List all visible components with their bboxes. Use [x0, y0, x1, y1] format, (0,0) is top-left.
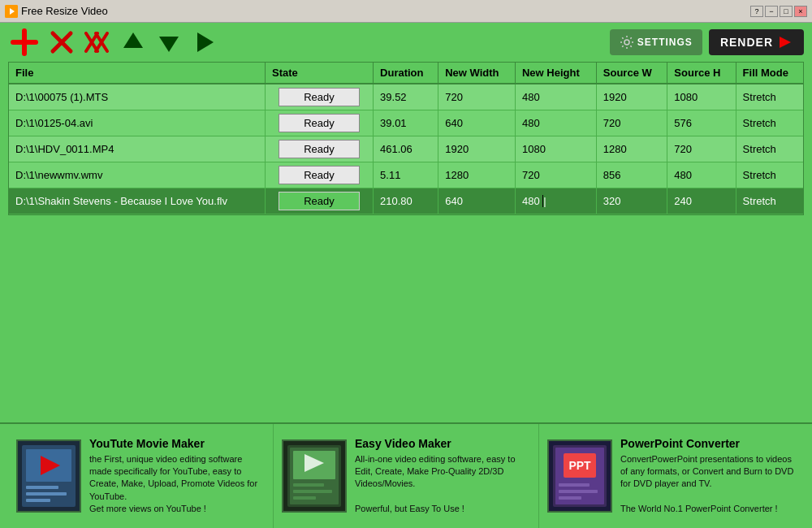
cell-source-h: 720	[667, 136, 736, 162]
cell-duration: 39.52	[374, 84, 438, 110]
promo-title-ppt: PowerPoint Converter	[620, 437, 796, 450]
promo-desc-easy: All-in-one video editing software, easy …	[355, 453, 530, 516]
cell-fill-mode: Stretch	[736, 84, 803, 110]
render-label: RENDER	[720, 36, 773, 49]
window-controls[interactable]: ? − □ ×	[750, 6, 807, 17]
toolbar-right: SETTINGS RENDER	[610, 29, 804, 55]
cell-state: Ready	[266, 162, 374, 188]
svg-rect-36	[559, 490, 598, 493]
cell-state: Ready	[266, 188, 374, 214]
cell-new-height: 480	[515, 110, 596, 136]
cell-source-w: 320	[596, 188, 667, 214]
svg-marker-10	[123, 32, 143, 48]
svg-rect-21	[26, 499, 50, 502]
play-button[interactable]	[190, 28, 219, 57]
cell-fill-mode: Stretch	[736, 110, 803, 136]
svg-rect-19	[26, 486, 58, 489]
cell-state: Ready	[266, 84, 374, 110]
promo-item-youtube: YouTute Movie Maker the First, unique vi…	[8, 424, 274, 528]
table-row[interactable]: D:\1\Shakin Stevens - Because I Love You…	[9, 188, 803, 214]
cell-fill-mode: Stretch	[736, 136, 803, 162]
svg-rect-28	[293, 490, 332, 493]
maximize-button[interactable]: □	[780, 6, 793, 17]
svg-marker-12	[197, 32, 214, 52]
svg-rect-27	[293, 483, 324, 487]
cell-new-width: 720	[438, 84, 516, 110]
cell-new-height: 1080	[515, 136, 596, 162]
promo-text-youtube: YouTute Movie Maker the First, unique vi…	[89, 437, 265, 516]
svg-rect-37	[559, 496, 581, 500]
promo-item-easy: Easy Video Maker All-in-one video editin…	[274, 424, 539, 528]
move-down-button[interactable]	[154, 28, 184, 57]
table-row[interactable]: D:\1\newwmv.wmv Ready 5.11 1280 720 856 …	[9, 162, 803, 188]
cell-new-width: 1280	[438, 162, 516, 188]
svg-rect-35	[559, 483, 590, 487]
cell-fill-mode: Stretch	[736, 162, 803, 188]
table-row[interactable]: D:\1\0125-04.avi Ready 39.01 640 480 720…	[9, 110, 803, 136]
svg-rect-29	[293, 496, 316, 500]
promo-desc-ppt: ConvertPowerPoint presentations to video…	[620, 453, 796, 516]
app-title: Free Resize Video	[21, 5, 108, 17]
file-table: File State Duration New Width New Height…	[9, 63, 803, 214]
add-file-button[interactable]	[8, 28, 41, 57]
minimize-button[interactable]: −	[765, 6, 778, 17]
close-button[interactable]: ×	[794, 6, 807, 17]
cell-new-height: 480 |	[515, 188, 596, 214]
clear-all-button[interactable]	[83, 28, 112, 57]
promo-desc-youtube: the First, unique video editing software…	[89, 453, 265, 516]
cell-file: D:\1\Shakin Stevens - Because I Love You…	[9, 188, 266, 214]
col-header-source-w: Source W	[596, 63, 667, 84]
svg-marker-14	[780, 37, 791, 48]
promo-text-ppt: PowerPoint Converter ConvertPowerPoint p…	[620, 437, 796, 516]
cell-source-h: 1080	[667, 84, 736, 110]
col-header-state: State	[266, 63, 374, 84]
toolbar-left	[8, 28, 219, 57]
settings-label: SETTINGS	[637, 37, 693, 48]
table-row[interactable]: D:\1\00075 (1).MTS Ready 39.52 720 480 1…	[9, 84, 803, 110]
promo-title-easy: Easy Video Maker	[355, 437, 530, 450]
cell-new-width: 640	[438, 110, 516, 136]
cell-duration: 461.06	[374, 136, 438, 162]
state-badge: Ready	[279, 88, 360, 106]
cell-new-height: 720	[515, 162, 596, 188]
cell-duration: 5.11	[374, 162, 438, 188]
cell-duration: 39.01	[374, 110, 438, 136]
table-header-row: File State Duration New Width New Height…	[9, 63, 803, 84]
file-table-container: File State Duration New Width New Height…	[8, 62, 804, 215]
settings-button[interactable]: SETTINGS	[610, 29, 702, 55]
cell-file: D:\1\newwmv.wmv	[9, 162, 266, 188]
state-badge: Ready	[279, 192, 360, 210]
cell-source-h: 240	[667, 188, 736, 214]
title-bar: Free Resize Video ? − □ ×	[0, 0, 812, 23]
col-header-fill-mode: Fill Mode	[736, 63, 803, 84]
move-up-button[interactable]	[119, 28, 148, 57]
col-header-new-width: New Width	[438, 63, 516, 84]
promo-thumb-ppt: PPT	[547, 439, 612, 513]
table-row[interactable]: D:\1\HDV_0011.MP4 Ready 461.06 1920 1080…	[9, 136, 803, 162]
cell-state: Ready	[266, 136, 374, 162]
cell-source-w: 856	[596, 162, 667, 188]
svg-point-13	[624, 40, 629, 45]
cell-fill-mode: Stretch	[736, 188, 803, 214]
col-header-new-height: New Height	[515, 63, 596, 84]
col-header-file: File	[9, 63, 266, 84]
app-icon	[5, 5, 18, 18]
promo-title-youtube: YouTute Movie Maker	[89, 437, 265, 450]
title-bar-left: Free Resize Video	[5, 5, 108, 18]
promo-text-easy: Easy Video Maker All-in-one video editin…	[355, 437, 530, 516]
cell-new-width: 1920	[438, 136, 516, 162]
promo-thumb-youtube	[16, 439, 81, 513]
cell-file: D:\1\00075 (1).MTS	[9, 84, 266, 110]
remove-file-button[interactable]	[47, 28, 76, 57]
state-badge: Ready	[279, 166, 360, 184]
svg-rect-20	[26, 492, 67, 496]
promo-item-ppt: PPT PowerPoint Converter ConvertPowerPoi…	[539, 424, 804, 528]
help-button[interactable]: ?	[750, 6, 763, 17]
cell-source-h: 576	[667, 110, 736, 136]
svg-text:PPT: PPT	[568, 459, 591, 472]
cell-source-h: 480	[667, 162, 736, 188]
col-header-duration: Duration	[374, 63, 438, 84]
svg-marker-11	[159, 37, 179, 52]
col-header-source-h: Source H	[667, 63, 736, 84]
render-button[interactable]: RENDER	[709, 29, 804, 55]
